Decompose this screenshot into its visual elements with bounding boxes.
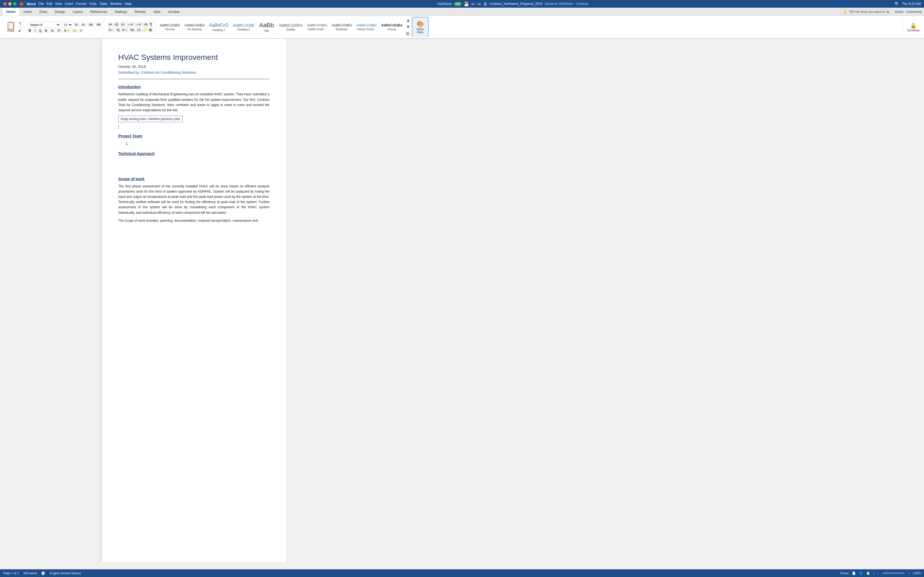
- tab-acrobat[interactable]: Acrobat: [164, 8, 183, 16]
- zoom-level[interactable]: 135%: [913, 572, 921, 575]
- superscript-button[interactable]: X²: [57, 29, 62, 33]
- help-menu[interactable]: Help: [124, 2, 131, 6]
- tab-home[interactable]: Home: [2, 8, 19, 16]
- decrease-indent-button[interactable]: ←≡: [126, 22, 134, 27]
- zoom-slider[interactable]: [882, 572, 905, 574]
- cut-button[interactable]: ✂️: [18, 22, 22, 25]
- border-button[interactable]: ⊞: [148, 27, 153, 32]
- format-painter-button[interactable]: 🖌: [18, 29, 22, 32]
- print-layout-icon[interactable]: 📄: [852, 572, 856, 575]
- bullet-list-button[interactable]: ≡•: [108, 22, 113, 27]
- focus-button[interactable]: Focus: [840, 572, 849, 575]
- numbered-list-button[interactable]: ≡1: [113, 22, 120, 27]
- tab-review[interactable]: Review: [131, 8, 149, 16]
- bold-button[interactable]: B: [27, 29, 32, 33]
- comments-button[interactable]: Comments: [906, 10, 922, 14]
- align-left-button[interactable]: ≡←: [108, 27, 115, 32]
- autosave-toggle[interactable]: ON: [454, 2, 462, 6]
- style-emphasis[interactable]: AaBbCcDdEe Emphasis: [330, 17, 354, 37]
- page-container[interactable]: HVAC Systems Improvement October 30, 201…: [102, 39, 286, 562]
- style-normal[interactable]: AaBbCcDdEe Normal: [158, 17, 182, 37]
- comment-box[interactable]: Keep writing intro, mention previous job…: [118, 116, 183, 122]
- view-mode-icon[interactable]: 📋: [866, 572, 870, 575]
- style-no-spacing[interactable]: AaBbCcDdEe No Spacing: [183, 17, 207, 37]
- tab-references[interactable]: References: [87, 8, 111, 16]
- style-no-spacing-preview: AaBbCcDdEe: [184, 23, 205, 27]
- font-color-button[interactable]: A: [79, 29, 83, 33]
- align-right-button[interactable]: ≡→: [121, 27, 128, 32]
- font-family-select[interactable]: Segoe UI: [27, 22, 60, 28]
- sensitivity-button[interactable]: 🔒 Sensitivity: [905, 17, 922, 37]
- line-spacing-button[interactable]: ↕≡: [136, 27, 141, 32]
- share-button[interactable]: Share: [895, 10, 904, 14]
- edit-menu[interactable]: Edit: [47, 2, 52, 6]
- font-grow-button[interactable]: A↑: [74, 23, 80, 27]
- tabs-row: Home Insert Draw Design Layout Reference…: [0, 8, 924, 16]
- text-effect-button[interactable]: A✨: [63, 29, 71, 33]
- style-strong-preview: AaBbCcDdEe: [381, 23, 402, 27]
- title-bar-left: 🍎 Word File Edit View Insert Format Tool…: [3, 2, 131, 6]
- style-subtle-emph-preview: AaBbCcDdEe: [307, 23, 327, 27]
- sort-button[interactable]: ↕A: [142, 22, 149, 27]
- style-title[interactable]: AaBb Title: [257, 17, 276, 37]
- tools-menu[interactable]: Tools: [89, 2, 97, 6]
- file-menu[interactable]: File: [39, 2, 44, 6]
- insert-menu[interactable]: Insert: [65, 2, 73, 6]
- style-heading1[interactable]: AaBbCcD Heading 1: [207, 17, 231, 37]
- paragraph-group: ≡• ≡1 ≡↕ ←≡ →≡ ↕A ¶ ≡← ≡| ≡→ ≡≡ ↕≡ ▬ ⊞: [105, 17, 155, 37]
- show-hide-button[interactable]: ¶: [149, 22, 153, 27]
- clear-format-button[interactable]: ✗A: [95, 23, 102, 27]
- styles-scroll-up[interactable]: ▲: [405, 17, 411, 23]
- scope-body2: The scope of work includes: planning, do…: [118, 218, 270, 223]
- styles-pane-button[interactable]: 🎨 Styles Pane: [412, 17, 428, 37]
- tab-draw[interactable]: Draw: [36, 8, 51, 16]
- tab-design[interactable]: Design: [51, 8, 69, 16]
- search-icon[interactable]: 🔍: [895, 2, 899, 6]
- minimize-button[interactable]: [8, 2, 11, 5]
- paste-button[interactable]: 📋 Paste: [5, 21, 17, 33]
- increase-indent-button[interactable]: →≡: [134, 22, 142, 27]
- close-button[interactable]: [3, 2, 6, 5]
- tab-insert[interactable]: Insert: [19, 8, 36, 16]
- app-name: Word: [27, 2, 36, 6]
- justify-button[interactable]: ≡≡: [129, 27, 135, 32]
- styles-area: AaBbCcDdEe Normal AaBbCcDdEe No Spacing …: [157, 17, 900, 37]
- italic-button[interactable]: I: [33, 29, 37, 33]
- tab-layout[interactable]: Layout: [69, 8, 87, 16]
- maximize-button[interactable]: [13, 2, 16, 5]
- font-size-select[interactable]: 11: [61, 22, 73, 28]
- styles-scroll-down[interactable]: ▼: [405, 24, 411, 30]
- shading-button[interactable]: ▬: [142, 27, 147, 32]
- zoom-in-button[interactable]: +: [908, 572, 909, 575]
- subscript-button[interactable]: X₂: [50, 29, 55, 33]
- tell-me-input[interactable]: 💡 Tell me what you want to do: [840, 9, 893, 15]
- strikethrough-button[interactable]: S: [44, 29, 48, 33]
- tab-right: 💡 Tell me what you want to do Share Comm…: [838, 9, 922, 15]
- style-subtitle[interactable]: AaBbCcDdEe Subtitle: [277, 17, 304, 37]
- format-menu[interactable]: Format: [76, 2, 86, 6]
- style-heading2[interactable]: AaBbCcDdE Heading 2: [231, 17, 257, 37]
- project-team-list: [129, 141, 270, 147]
- view-menu[interactable]: View: [55, 2, 62, 6]
- style-subtle-emph[interactable]: AaBbCcDdEe Subtle Emph...: [305, 17, 329, 37]
- tab-view[interactable]: View: [150, 8, 165, 16]
- multilevel-list-button[interactable]: ≡↕: [120, 22, 126, 27]
- underline-button[interactable]: U: [38, 29, 43, 33]
- style-strong[interactable]: AaBbCcDdEe Strong: [379, 17, 404, 37]
- text-highlight-button[interactable]: ab: [72, 29, 78, 33]
- lightbulb-icon: 💡: [843, 10, 847, 14]
- copy-button[interactable]: 📄: [18, 26, 22, 29]
- table-menu[interactable]: Table: [100, 2, 108, 6]
- style-intense-emph[interactable]: AaBbCcDdEe Intense Emph...: [354, 17, 379, 37]
- font-shrink-button[interactable]: A↓: [81, 23, 87, 27]
- proofing-icon[interactable]: 📝: [42, 572, 45, 575]
- align-center-button[interactable]: ≡|: [115, 27, 120, 32]
- zoom-out-button[interactable]: −: [877, 572, 879, 575]
- status-right: Focus 📄 🌐 📋 | − + 135%: [840, 572, 921, 575]
- web-layout-icon[interactable]: 🌐: [859, 572, 863, 575]
- tab-mailings[interactable]: Mailings: [111, 8, 131, 16]
- styles-expand[interactable]: ⊞: [405, 31, 411, 37]
- change-case-button[interactable]: Aa: [88, 23, 94, 27]
- window-menu[interactable]: Window: [110, 2, 122, 6]
- styles-scroll-area: ▲ ▼ ⊞: [405, 17, 411, 37]
